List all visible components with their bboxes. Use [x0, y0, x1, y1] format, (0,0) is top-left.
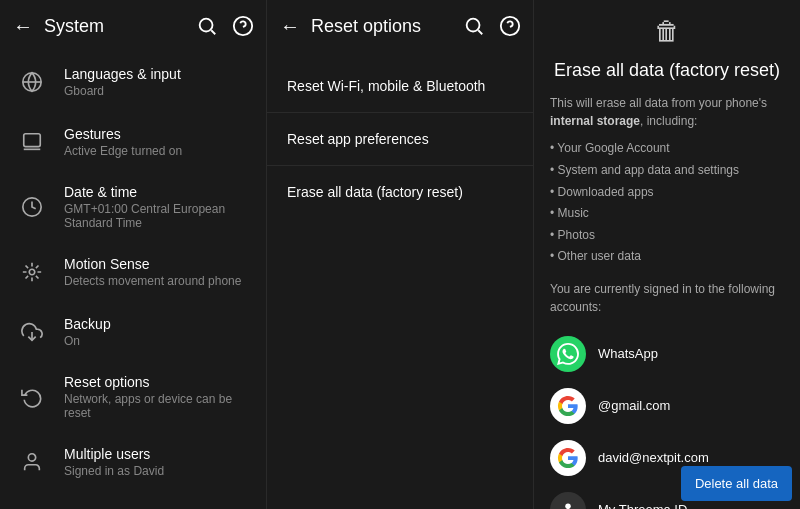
svg-line-14	[478, 30, 482, 34]
erase-title: Erase all data (factory reset)	[550, 59, 784, 82]
gestures-subtitle: Active Edge turned on	[64, 144, 250, 158]
svg-line-1	[211, 30, 215, 34]
erase-item-0: • Your Google Account	[550, 138, 784, 160]
languages-text: Languages & input Gboard	[64, 66, 250, 98]
erase-desc-bold: internal storage	[550, 114, 640, 128]
motion-title: Motion Sense	[64, 256, 250, 272]
datetime-text: Date & time GMT+01:00 Central European S…	[64, 184, 250, 230]
search-icon[interactable]	[196, 15, 218, 37]
threema-avatar	[550, 492, 586, 509]
backup-subtitle: On	[64, 334, 250, 348]
whatsapp-name: WhatsApp	[598, 346, 658, 361]
middle-help-icon[interactable]	[499, 15, 521, 37]
left-header: ← System	[0, 0, 266, 52]
system-settings-panel: ← System	[0, 0, 267, 509]
reset-text: Reset options Network, apps or device ca…	[64, 374, 250, 420]
erase-description: This will erase all data from your phone…	[550, 94, 784, 130]
erase-item-4: • Photos	[550, 225, 784, 247]
svg-point-8	[29, 269, 35, 275]
account-gmail1: @gmail.com	[550, 380, 784, 432]
svg-point-13	[467, 19, 480, 32]
reset-title: Reset options	[64, 374, 250, 390]
middle-header-icons	[463, 15, 521, 37]
gmail1-avatar	[550, 388, 586, 424]
svg-point-10	[28, 454, 35, 461]
settings-item-reset[interactable]: Reset options Network, apps or device ca…	[0, 362, 266, 432]
middle-back-button[interactable]: ←	[279, 15, 301, 37]
delete-all-data-button[interactable]: Delete all data	[681, 466, 792, 501]
settings-list: Languages & input Gboard Gestures Active…	[0, 52, 266, 509]
trash-icon: 🗑	[654, 16, 680, 47]
multiuser-subtitle: Signed in as David	[64, 464, 250, 478]
settings-item-datetime[interactable]: Date & time GMT+01:00 Central European S…	[0, 172, 266, 242]
whatsapp-avatar	[550, 336, 586, 372]
erase-item-1: • System and app data and settings	[550, 160, 784, 182]
languages-title: Languages & input	[64, 66, 250, 82]
settings-item-multiuser[interactable]: Multiple users Signed in as David	[0, 432, 266, 492]
motion-subtitle: Detects movement around phone	[64, 274, 250, 288]
account-whatsapp: WhatsApp	[550, 328, 784, 380]
datetime-icon	[16, 191, 48, 223]
languages-subtitle: Gboard	[64, 84, 250, 98]
backup-icon	[16, 316, 48, 348]
left-header-icons	[196, 15, 254, 37]
erase-panel-content: 🗑 Erase all data (factory reset) This wi…	[534, 0, 800, 509]
accounts-label: You are currently signed in to the follo…	[550, 280, 784, 316]
languages-icon	[16, 66, 48, 98]
middle-header: ← Reset options	[267, 0, 533, 52]
erase-items-list: • Your Google Account • System and app d…	[550, 138, 784, 268]
reset-wifi-option[interactable]: Reset Wi-Fi, mobile & Bluetooth	[267, 60, 533, 113]
datetime-title: Date & time	[64, 184, 250, 200]
left-panel-title: System	[44, 16, 196, 37]
gestures-icon	[16, 126, 48, 158]
multiuser-icon	[16, 446, 48, 478]
svg-point-0	[200, 19, 213, 32]
erase-item-3: • Music	[550, 203, 784, 225]
factory-reset-option[interactable]: Erase all data (factory reset)	[267, 166, 533, 218]
settings-item-backup[interactable]: Backup On	[0, 302, 266, 362]
backup-text: Backup On	[64, 316, 250, 348]
motion-text: Motion Sense Detects movement around pho…	[64, 256, 250, 288]
backup-title: Backup	[64, 316, 250, 332]
settings-item-motion[interactable]: Motion Sense Detects movement around pho…	[0, 242, 266, 302]
erase-item-5: • Other user data	[550, 246, 784, 268]
erase-desc-prefix: This will erase all data from your phone…	[550, 96, 767, 110]
multiuser-title: Multiple users	[64, 446, 250, 462]
erase-item-2: • Downloaded apps	[550, 182, 784, 204]
back-button[interactable]: ←	[12, 15, 34, 37]
motion-icon	[16, 256, 48, 288]
settings-item-developer[interactable]: { } Developer options	[0, 492, 266, 509]
erase-desc-suffix: , including:	[640, 114, 697, 128]
reset-options-list: Reset Wi-Fi, mobile & Bluetooth Reset ap…	[267, 52, 533, 226]
reset-app-option[interactable]: Reset app preferences	[267, 113, 533, 166]
reset-subtitle: Network, apps or device can be reset	[64, 392, 250, 420]
reset-options-panel: ← Reset options Reset Wi-Fi, mobile & Bl…	[267, 0, 534, 509]
gestures-title: Gestures	[64, 126, 250, 142]
middle-panel-title: Reset options	[311, 16, 463, 37]
svg-point-17	[565, 504, 571, 509]
delete-btn-container: Delete all data	[673, 458, 800, 509]
gmail1-name: @gmail.com	[598, 398, 670, 413]
settings-item-gestures[interactable]: Gestures Active Edge turned on	[0, 112, 266, 172]
multiuser-text: Multiple users Signed in as David	[64, 446, 250, 478]
svg-rect-5	[24, 134, 41, 147]
help-icon[interactable]	[232, 15, 254, 37]
middle-search-icon[interactable]	[463, 15, 485, 37]
gmail2-avatar	[550, 440, 586, 476]
settings-item-languages[interactable]: Languages & input Gboard	[0, 52, 266, 112]
datetime-subtitle: GMT+01:00 Central European Standard Time	[64, 202, 250, 230]
reset-icon	[16, 381, 48, 413]
trash-icon-container: 🗑	[550, 16, 784, 47]
erase-data-panel: 🗑 Erase all data (factory reset) This wi…	[534, 0, 800, 509]
gestures-text: Gestures Active Edge turned on	[64, 126, 250, 158]
